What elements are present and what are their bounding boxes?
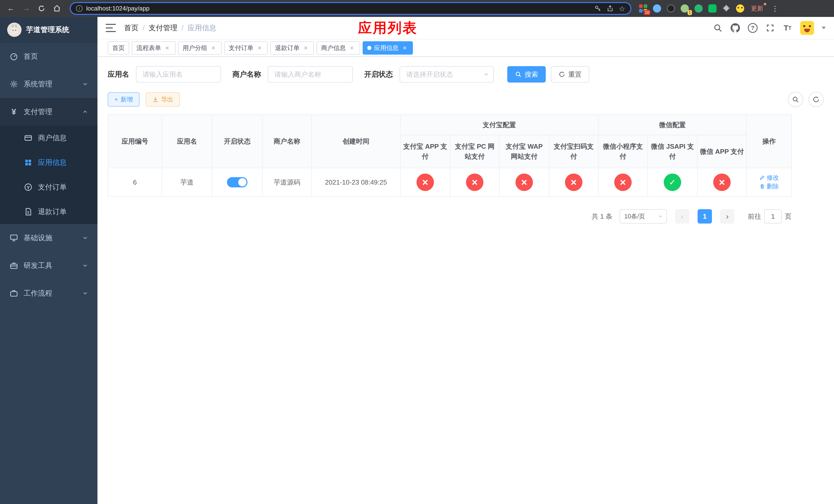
status-icon (664, 174, 681, 191)
close-icon[interactable] (210, 44, 217, 51)
breadcrumb-item[interactable]: 首页 (124, 23, 138, 33)
github-icon[interactable] (730, 23, 740, 33)
logo-avatar-icon (7, 23, 22, 37)
breadcrumb-separator (142, 24, 145, 32)
export-button[interactable]: 导出 (146, 92, 180, 107)
prev-page-button[interactable] (675, 209, 689, 224)
edit-button[interactable]: 修改 (760, 174, 779, 182)
extension-badge: 1 (687, 10, 692, 15)
next-page-button[interactable] (720, 209, 734, 224)
page-size-select[interactable]: 10条/页 (620, 209, 667, 224)
add-button[interactable]: + 新增 (108, 92, 139, 107)
browser-forward-button[interactable]: → (21, 3, 32, 14)
sidebar-item-app-info[interactable]: 应用信息 (0, 150, 97, 175)
cell-actions: 修改 删除 (747, 168, 792, 197)
extension-drop-icon[interactable] (653, 4, 662, 13)
extension-badge: 10 (644, 10, 650, 15)
breadcrumb-item[interactable]: 支付管理 (149, 23, 177, 33)
sidebar-item-label: 首页 (24, 51, 38, 61)
browser-home-button[interactable] (51, 3, 63, 14)
delete-button[interactable]: 删除 (760, 182, 779, 190)
sidebar-item-home[interactable]: 首页 (0, 43, 97, 70)
status-select-placeholder: 请选择开启状态 (406, 70, 453, 79)
user-avatar[interactable] (800, 21, 814, 35)
refresh-table-button[interactable] (808, 92, 824, 107)
close-icon[interactable] (348, 44, 355, 51)
sidebar-item-infrastructure[interactable]: 基础设施 (0, 224, 97, 252)
tags-view: 首页 流程表单 用户分组 支付订单 退款订单 (97, 40, 834, 57)
extension-dark-icon[interactable] (666, 4, 676, 13)
chevron-down-icon (82, 262, 88, 269)
app-logo[interactable]: 芋道管理系统 (0, 17, 97, 43)
extension-emoji-icon[interactable] (736, 4, 745, 13)
sidebar-item-pay-orders[interactable]: 支付订单 (0, 175, 97, 200)
sidebar-item-label: 工作流程 (24, 289, 52, 298)
app-name-input[interactable] (136, 66, 221, 83)
browser-refresh-button[interactable] (36, 3, 47, 14)
tab-pay-orders[interactable]: 支付订单 (224, 41, 268, 54)
close-icon[interactable] (163, 44, 171, 51)
close-icon[interactable] (401, 44, 408, 51)
column-header: 开启状态 (212, 115, 262, 168)
close-icon[interactable] (256, 44, 263, 51)
sidebar-item-label: 支付订单 (38, 182, 67, 192)
plus-icon: + (114, 96, 118, 103)
tab-process-form[interactable]: 流程表单 (132, 41, 175, 54)
tab-label: 商户信息 (321, 44, 346, 52)
tab-refund-orders[interactable]: 退款订单 (270, 41, 314, 54)
sidebar-item-dev-tools[interactable]: 研发工具 (0, 252, 97, 279)
share-icon[interactable] (607, 5, 614, 12)
goto-page-input[interactable] (764, 209, 782, 224)
font-size-icon[interactable] (783, 23, 792, 33)
search-button[interactable]: 搜索 (507, 66, 546, 83)
sidebar: 芋道管理系统 首页 系统管理 (0, 17, 97, 504)
chevron-down-icon (82, 290, 88, 296)
sidebar-item-label: 支付管理 (24, 107, 52, 117)
browser-menu-icon[interactable] (769, 3, 781, 14)
toggle-search-button[interactable] (788, 92, 803, 107)
app-table: 应用编号 应用名 开启状态 商户名称 创建时间 支付宝配置 微信配置 操作 支付… (108, 114, 792, 197)
tab-user-group[interactable]: 用户分组 (178, 41, 222, 54)
sidebar-item-merchant-info[interactable]: 商户信息 (0, 125, 97, 150)
merchant-name-input[interactable] (268, 66, 353, 83)
tab-label: 用户分组 (182, 44, 207, 52)
caret-down-icon[interactable] (822, 27, 826, 29)
address-bar[interactable]: localhost:1024/pay/app (70, 2, 631, 15)
url-text[interactable]: localhost:1024/pay/app (86, 5, 591, 12)
browser-back-button[interactable]: ← (5, 3, 16, 14)
column-header: 支付宝 WAP 网站支付 (499, 135, 549, 168)
extension-wechat-devtools-icon[interactable] (708, 4, 717, 13)
browser-update-button[interactable]: 更新 (749, 3, 765, 14)
pagination: 共 1 条 10条/页 1 前往 页 (108, 209, 791, 224)
site-info-icon[interactable] (76, 5, 83, 12)
password-key-icon[interactable] (594, 5, 601, 12)
sidebar-item-refund-orders[interactable]: 退款订单 (0, 200, 97, 224)
extension-puzzle-icon[interactable] (722, 4, 731, 13)
sidebar-item-workflow[interactable]: 工作流程 (0, 279, 97, 307)
search-icon[interactable] (713, 23, 723, 33)
chevron-down-icon (483, 71, 489, 77)
help-icon[interactable] (748, 23, 758, 33)
active-dot-icon (367, 46, 371, 50)
page-number-button[interactable]: 1 (698, 209, 712, 224)
extension-grid-icon[interactable]: 10 (639, 4, 648, 13)
tab-app-info[interactable]: 应用信息 (363, 41, 413, 54)
close-icon[interactable] (302, 44, 309, 51)
tab-home[interactable]: 首页 (108, 41, 129, 54)
extension-avatar-icon[interactable]: 1 (680, 4, 689, 13)
status-toggle[interactable] (227, 177, 247, 187)
sidebar-item-payment[interactable]: ¥ 支付管理 (0, 98, 97, 125)
search-icon (792, 96, 799, 103)
puzzle-icon (722, 5, 730, 12)
tab-merchant-info[interactable]: 商户信息 (316, 41, 360, 54)
fullscreen-icon[interactable] (765, 23, 775, 33)
reset-button[interactable]: 重置 (551, 66, 589, 83)
bookmark-star-icon[interactable] (619, 4, 625, 13)
trash-icon (760, 184, 765, 189)
tab-label: 退款订单 (275, 44, 300, 52)
extension-green-circle-icon[interactable] (694, 4, 703, 13)
cell-merchant: 芋道源码 (262, 168, 312, 197)
sidebar-item-system[interactable]: 系统管理 (0, 70, 97, 98)
status-select[interactable]: 请选择开启状态 (399, 66, 494, 83)
sidebar-toggle-icon[interactable] (106, 24, 116, 32)
